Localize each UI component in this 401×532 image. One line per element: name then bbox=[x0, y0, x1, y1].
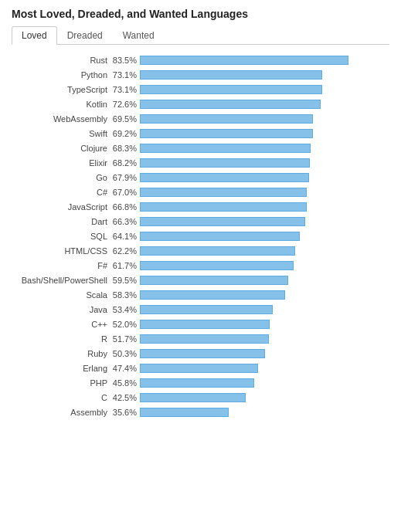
row-value: 67.0% bbox=[112, 188, 140, 197]
chart-row: SQL64.1% bbox=[12, 230, 389, 242]
bar-fill bbox=[140, 217, 305, 226]
row-label: Scala bbox=[12, 290, 112, 300]
row-label: Assembly bbox=[12, 408, 112, 417]
bar-track bbox=[140, 100, 389, 109]
bar-fill bbox=[140, 408, 229, 417]
row-label: R bbox=[12, 334, 112, 344]
chart-row: Go67.9% bbox=[12, 171, 389, 184]
bar-fill bbox=[140, 378, 254, 388]
chart-row: Assembly35.6% bbox=[12, 406, 389, 418]
chart-container: Rust83.5%Python73.1%TypeScript73.1%Kotli… bbox=[12, 54, 389, 418]
bar-track bbox=[140, 290, 389, 300]
row-value: 50.3% bbox=[112, 349, 140, 358]
row-label: WebAssembly bbox=[12, 114, 112, 124]
bar-track bbox=[140, 129, 389, 138]
row-value: 51.7% bbox=[112, 334, 140, 344]
row-value: 66.8% bbox=[112, 202, 140, 212]
tab-dreaded[interactable]: Dreaded bbox=[57, 26, 113, 45]
bar-track bbox=[140, 56, 389, 65]
row-value: 62.2% bbox=[112, 246, 140, 256]
row-value: 73.1% bbox=[112, 70, 140, 80]
row-label: PHP bbox=[12, 378, 112, 388]
bar-track bbox=[140, 173, 389, 182]
bar-track bbox=[140, 378, 389, 388]
row-label: JavaScript bbox=[12, 202, 112, 212]
chart-row: JavaScript66.8% bbox=[12, 201, 389, 213]
row-label: Bash/Shell/PowerShell bbox=[12, 276, 112, 285]
row-label: Kotlin bbox=[12, 100, 112, 109]
row-value: 68.3% bbox=[112, 144, 140, 153]
row-value: 53.4% bbox=[112, 305, 140, 314]
row-value: 61.7% bbox=[112, 261, 140, 270]
page-title: Most Loved, Dreaded, and Wanted Language… bbox=[12, 8, 389, 20]
bar-fill bbox=[140, 114, 313, 124]
row-value: 58.3% bbox=[112, 290, 140, 300]
bar-fill bbox=[140, 158, 310, 168]
chart-row: TypeScript73.1% bbox=[12, 83, 389, 96]
row-label: Erlang bbox=[12, 364, 112, 373]
row-value: 67.9% bbox=[112, 173, 140, 182]
row-value: 68.2% bbox=[112, 158, 140, 168]
row-label: Go bbox=[12, 173, 112, 182]
bar-track bbox=[140, 334, 389, 344]
bar-fill bbox=[140, 334, 269, 344]
row-value: 73.1% bbox=[112, 85, 140, 94]
row-value: 42.5% bbox=[112, 393, 140, 402]
bar-track bbox=[140, 261, 389, 270]
bar-track bbox=[140, 217, 389, 226]
bar-fill bbox=[140, 173, 309, 182]
tabs-container: Loved Dreaded Wanted bbox=[12, 26, 389, 45]
chart-row: PHP45.8% bbox=[12, 377, 389, 389]
bar-fill bbox=[140, 393, 246, 402]
tab-wanted[interactable]: Wanted bbox=[113, 26, 165, 45]
bar-track bbox=[140, 85, 389, 94]
bar-track bbox=[140, 158, 389, 168]
row-value: 64.1% bbox=[112, 232, 140, 241]
chart-row: R51.7% bbox=[12, 333, 389, 345]
bar-fill bbox=[140, 70, 322, 80]
bar-fill bbox=[140, 100, 321, 109]
bar-track bbox=[140, 70, 389, 80]
row-value: 66.3% bbox=[112, 217, 140, 226]
row-label: C++ bbox=[12, 320, 112, 329]
bar-track bbox=[140, 114, 389, 124]
bar-fill bbox=[140, 349, 265, 358]
row-label: Dart bbox=[12, 217, 112, 226]
bar-track bbox=[140, 276, 389, 285]
row-label: Python bbox=[12, 70, 112, 80]
row-value: 83.5% bbox=[112, 56, 140, 65]
row-label: TypeScript bbox=[12, 85, 112, 94]
bar-track bbox=[140, 144, 389, 153]
bar-track bbox=[140, 364, 389, 373]
bar-fill bbox=[140, 364, 258, 373]
chart-row: Rust83.5% bbox=[12, 54, 389, 66]
bar-fill bbox=[140, 246, 295, 256]
row-label: Rust bbox=[12, 56, 112, 65]
chart-row: Ruby50.3% bbox=[12, 347, 389, 360]
bar-fill bbox=[140, 56, 348, 65]
row-label: Clojure bbox=[12, 144, 112, 153]
row-label: Ruby bbox=[12, 349, 112, 358]
chart-row: WebAssembly69.5% bbox=[12, 113, 389, 125]
chart-row: Elixir68.2% bbox=[12, 157, 389, 169]
bar-track bbox=[140, 246, 389, 256]
row-value: 45.8% bbox=[112, 378, 140, 388]
bar-fill bbox=[140, 202, 307, 212]
bar-fill bbox=[140, 261, 294, 270]
tab-loved[interactable]: Loved bbox=[12, 26, 57, 45]
chart-row: Clojure68.3% bbox=[12, 142, 389, 154]
row-label: SQL bbox=[12, 232, 112, 241]
chart-row: Python73.1% bbox=[12, 69, 389, 81]
bar-track bbox=[140, 188, 389, 197]
bar-fill bbox=[140, 232, 300, 241]
bar-track bbox=[140, 305, 389, 314]
bar-fill bbox=[140, 85, 322, 94]
bar-fill bbox=[140, 305, 273, 314]
chart-row: C42.5% bbox=[12, 391, 389, 404]
chart-row: C++52.0% bbox=[12, 318, 389, 330]
bar-track bbox=[140, 320, 389, 329]
chart-row: F#61.7% bbox=[12, 259, 389, 272]
bar-track bbox=[140, 393, 389, 402]
bar-track bbox=[140, 408, 389, 417]
row-value: 47.4% bbox=[112, 364, 140, 373]
